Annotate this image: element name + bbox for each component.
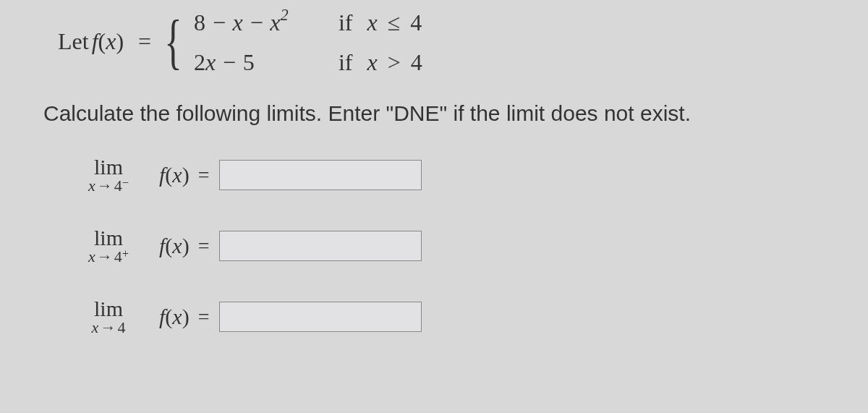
fx-symbol: f(x): [92, 28, 124, 55]
brace-icon: {: [164, 15, 182, 67]
answer-input-left[interactable]: [219, 160, 422, 190]
limit-left: lim x→4− f(x) =: [72, 155, 839, 195]
lim-label: lim: [94, 155, 123, 179]
lim-label: lim: [94, 297, 123, 321]
fx-label-1: f(x): [159, 163, 190, 187]
limits-section: lim x→4− f(x) = lim x→4+ f(x) = lim: [72, 155, 839, 337]
case-row-1: 8 − x − x2 if x ≤ 4: [194, 7, 422, 36]
eq-1: =: [198, 163, 210, 187]
piecewise-cases: 8 − x − x2 if x ≤ 4 2x − 5 if x > 4: [194, 7, 422, 76]
instruction-text: Calculate the following limits. Enter "D…: [43, 101, 839, 126]
answer-input-right[interactable]: [219, 231, 422, 261]
case1-condition: x ≤ 4: [367, 9, 422, 36]
case2-condition: x > 4: [367, 49, 422, 76]
equals-sign: =: [138, 28, 151, 55]
case1-if: if: [339, 9, 353, 36]
limit-two-sided: lim x→4 f(x) =: [72, 297, 839, 337]
limit-right: lim x→4+ f(x) =: [72, 226, 839, 266]
lim-block-two-sided: lim x→4: [72, 297, 145, 337]
lim-block-left: lim x→4−: [72, 155, 145, 195]
eq-2: =: [198, 234, 210, 257]
lim-block-right: lim x→4+: [72, 226, 145, 266]
lim-sub-left: x→4−: [88, 176, 129, 195]
eq-3: =: [198, 305, 210, 328]
case2-expression: 2x − 5: [194, 49, 339, 76]
let-text: Let: [58, 28, 89, 55]
case2-if: if: [339, 49, 353, 76]
case-row-2: 2x − 5 if x > 4: [194, 49, 422, 76]
case1-expression: 8 − x − x2: [194, 7, 339, 36]
lim-sub-right: x→4+: [88, 247, 129, 266]
lim-label: lim: [94, 226, 123, 250]
fx-label-3: f(x): [159, 305, 190, 329]
answer-input-two-sided[interactable]: [219, 302, 422, 332]
function-definition: Let f(x) = { 8 − x − x2 if x ≤ 4 2x − 5 …: [58, 7, 839, 76]
fx-label-2: f(x): [159, 234, 190, 258]
lim-sub-two-sided: x→4: [92, 318, 126, 337]
